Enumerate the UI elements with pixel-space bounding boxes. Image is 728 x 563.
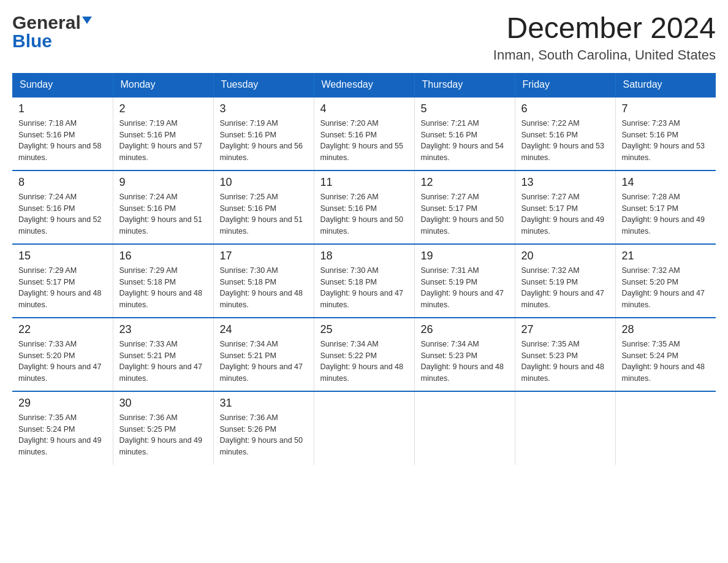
logo: General Blue: [12, 12, 92, 52]
calendar-day-22: 22Sunrise: 7:33 AMSunset: 5:20 PMDayligh…: [12, 318, 113, 391]
calendar-day-29: 29Sunrise: 7:35 AMSunset: 5:24 PMDayligh…: [12, 391, 113, 465]
day-number: 28: [622, 323, 710, 336]
location-title: Inman, South Carolina, United States: [493, 47, 716, 63]
calendar-day-26: 26Sunrise: 7:34 AMSunset: 5:23 PMDayligh…: [414, 318, 515, 391]
day-info: Sunrise: 7:33 AMSunset: 5:20 PMDaylight:…: [18, 339, 107, 385]
day-info: Sunrise: 7:19 AMSunset: 5:16 PMDaylight:…: [220, 118, 308, 164]
day-info: Sunrise: 7:32 AMSunset: 5:20 PMDaylight:…: [622, 265, 710, 311]
calendar-day-17: 17Sunrise: 7:30 AMSunset: 5:18 PMDayligh…: [213, 244, 314, 318]
header-tuesday: Tuesday: [213, 73, 314, 97]
day-info: Sunrise: 7:19 AMSunset: 5:16 PMDaylight:…: [119, 118, 207, 164]
calendar-day-10: 10Sunrise: 7:25 AMSunset: 5:16 PMDayligh…: [213, 170, 314, 244]
logo-general-text: General: [12, 12, 81, 33]
day-info: Sunrise: 7:20 AMSunset: 5:16 PMDaylight:…: [320, 118, 408, 164]
day-info: Sunrise: 7:34 AMSunset: 5:22 PMDaylight:…: [320, 339, 408, 385]
day-number: 18: [320, 250, 408, 262]
calendar-day-20: 20Sunrise: 7:32 AMSunset: 5:19 PMDayligh…: [515, 244, 615, 318]
calendar-day-2: 2Sunrise: 7:19 AMSunset: 5:16 PMDaylight…: [113, 97, 213, 170]
day-info: Sunrise: 7:32 AMSunset: 5:19 PMDaylight:…: [521, 265, 609, 311]
day-info: Sunrise: 7:33 AMSunset: 5:21 PMDaylight:…: [119, 339, 207, 385]
day-info: Sunrise: 7:24 AMSunset: 5:16 PMDaylight:…: [119, 191, 207, 237]
day-number: 11: [320, 176, 408, 189]
header-friday: Friday: [515, 73, 615, 97]
day-number: 25: [320, 323, 408, 336]
day-number: 9: [119, 176, 207, 189]
day-number: 16: [119, 250, 207, 262]
calendar-day-6: 6Sunrise: 7:22 AMSunset: 5:16 PMDaylight…: [515, 97, 615, 170]
header-sunday: Sunday: [12, 73, 113, 97]
calendar-day-1: 1Sunrise: 7:18 AMSunset: 5:16 PMDaylight…: [12, 97, 113, 170]
day-info: Sunrise: 7:28 AMSunset: 5:17 PMDaylight:…: [622, 191, 710, 237]
day-info: Sunrise: 7:24 AMSunset: 5:16 PMDaylight:…: [18, 191, 107, 237]
calendar-day-14: 14Sunrise: 7:28 AMSunset: 5:17 PMDayligh…: [615, 170, 716, 244]
calendar-table: Sunday Monday Tuesday Wednesday Thursday…: [12, 73, 716, 465]
calendar-day-31: 31Sunrise: 7:36 AMSunset: 5:26 PMDayligh…: [213, 391, 314, 465]
day-info: Sunrise: 7:23 AMSunset: 5:16 PMDaylight:…: [622, 118, 710, 164]
logo-blue-text: Blue: [12, 31, 52, 52]
day-number: 15: [18, 250, 107, 262]
calendar-empty-cell: [414, 391, 515, 465]
calendar-day-4: 4Sunrise: 7:20 AMSunset: 5:16 PMDaylight…: [314, 97, 414, 170]
calendar-week-1: 1Sunrise: 7:18 AMSunset: 5:16 PMDaylight…: [12, 97, 716, 170]
header-thursday: Thursday: [414, 73, 515, 97]
day-number: 22: [18, 323, 107, 336]
day-number: 14: [622, 176, 710, 189]
page-header: General Blue December 2024 Inman, South …: [12, 12, 716, 63]
header-wednesday: Wednesday: [314, 73, 414, 97]
header-saturday: Saturday: [615, 73, 716, 97]
calendar-empty-cell: [515, 391, 615, 465]
day-number: 21: [622, 250, 710, 262]
calendar-day-28: 28Sunrise: 7:35 AMSunset: 5:24 PMDayligh…: [615, 318, 716, 391]
calendar-day-11: 11Sunrise: 7:26 AMSunset: 5:16 PMDayligh…: [314, 170, 414, 244]
day-info: Sunrise: 7:21 AMSunset: 5:16 PMDaylight:…: [421, 118, 509, 164]
calendar-day-23: 23Sunrise: 7:33 AMSunset: 5:21 PMDayligh…: [113, 318, 213, 391]
logo-triangle-icon: [82, 17, 92, 24]
calendar-day-7: 7Sunrise: 7:23 AMSunset: 5:16 PMDaylight…: [615, 97, 716, 170]
calendar-day-21: 21Sunrise: 7:32 AMSunset: 5:20 PMDayligh…: [615, 244, 716, 318]
header-monday: Monday: [113, 73, 213, 97]
day-number: 4: [320, 102, 408, 115]
day-number: 30: [119, 397, 207, 410]
day-number: 12: [421, 176, 509, 189]
calendar-day-16: 16Sunrise: 7:29 AMSunset: 5:18 PMDayligh…: [113, 244, 213, 318]
day-number: 24: [220, 323, 308, 336]
day-info: Sunrise: 7:26 AMSunset: 5:16 PMDaylight:…: [320, 191, 408, 237]
weekday-header-row: Sunday Monday Tuesday Wednesday Thursday…: [12, 73, 716, 97]
calendar-empty-cell: [615, 391, 716, 465]
day-info: Sunrise: 7:31 AMSunset: 5:19 PMDaylight:…: [421, 265, 509, 311]
calendar-week-5: 29Sunrise: 7:35 AMSunset: 5:24 PMDayligh…: [12, 391, 716, 465]
calendar-empty-cell: [314, 391, 414, 465]
day-info: Sunrise: 7:34 AMSunset: 5:21 PMDaylight:…: [220, 339, 308, 385]
day-info: Sunrise: 7:27 AMSunset: 5:17 PMDaylight:…: [521, 191, 609, 237]
calendar-day-18: 18Sunrise: 7:30 AMSunset: 5:18 PMDayligh…: [314, 244, 414, 318]
day-number: 20: [521, 250, 609, 262]
day-info: Sunrise: 7:35 AMSunset: 5:23 PMDaylight:…: [521, 339, 609, 385]
day-info: Sunrise: 7:30 AMSunset: 5:18 PMDaylight:…: [220, 265, 308, 311]
day-number: 7: [622, 102, 710, 115]
calendar-day-15: 15Sunrise: 7:29 AMSunset: 5:17 PMDayligh…: [12, 244, 113, 318]
day-number: 8: [18, 176, 107, 189]
title-area: December 2024 Inman, South Carolina, Uni…: [493, 12, 716, 63]
day-info: Sunrise: 7:29 AMSunset: 5:17 PMDaylight:…: [18, 265, 107, 311]
day-info: Sunrise: 7:27 AMSunset: 5:17 PMDaylight:…: [421, 191, 509, 237]
calendar-day-19: 19Sunrise: 7:31 AMSunset: 5:19 PMDayligh…: [414, 244, 515, 318]
day-info: Sunrise: 7:36 AMSunset: 5:26 PMDaylight:…: [220, 412, 308, 458]
month-title: December 2024: [493, 12, 716, 45]
day-number: 3: [220, 102, 308, 115]
day-number: 5: [421, 102, 509, 115]
day-info: Sunrise: 7:36 AMSunset: 5:25 PMDaylight:…: [119, 412, 207, 458]
day-number: 1: [18, 102, 107, 115]
day-number: 19: [421, 250, 509, 262]
calendar-day-25: 25Sunrise: 7:34 AMSunset: 5:22 PMDayligh…: [314, 318, 414, 391]
day-number: 17: [220, 250, 308, 262]
day-info: Sunrise: 7:35 AMSunset: 5:24 PMDaylight:…: [622, 339, 710, 385]
day-number: 27: [521, 323, 609, 336]
day-info: Sunrise: 7:35 AMSunset: 5:24 PMDaylight:…: [18, 412, 107, 458]
day-info: Sunrise: 7:22 AMSunset: 5:16 PMDaylight:…: [521, 118, 609, 164]
calendar-day-5: 5Sunrise: 7:21 AMSunset: 5:16 PMDaylight…: [414, 97, 515, 170]
day-number: 31: [220, 397, 308, 410]
calendar-day-8: 8Sunrise: 7:24 AMSunset: 5:16 PMDaylight…: [12, 170, 113, 244]
calendar-day-27: 27Sunrise: 7:35 AMSunset: 5:23 PMDayligh…: [515, 318, 615, 391]
day-number: 26: [421, 323, 509, 336]
day-number: 23: [119, 323, 207, 336]
